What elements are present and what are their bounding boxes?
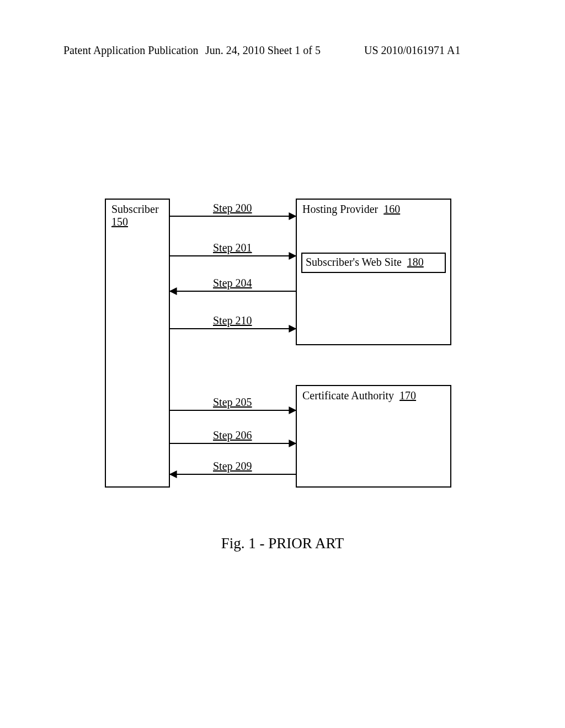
sequence-diagram: Subscriber 150 Hosting Provider 160 Subs…	[105, 199, 451, 488]
header-center: Jun. 24, 2010 Sheet 1 of 5	[205, 44, 321, 57]
arrows-layer	[105, 199, 451, 488]
step-204-label: Step 204	[213, 277, 252, 290]
step-205-label: Step 205	[213, 396, 252, 409]
step-209-label: Step 209	[213, 460, 252, 473]
header-left: Patent Application Publication	[63, 44, 198, 57]
step-200-label: Step 200	[213, 202, 252, 215]
header-right: US 2010/0161971 A1	[364, 44, 460, 57]
step-210-label: Step 210	[213, 314, 252, 327]
step-201-label: Step 201	[213, 242, 252, 254]
figure-caption: Fig. 1 - PRIOR ART	[0, 535, 565, 552]
step-206-label: Step 206	[213, 429, 252, 442]
page: Patent Application Publication Jun. 24, …	[0, 0, 565, 728]
